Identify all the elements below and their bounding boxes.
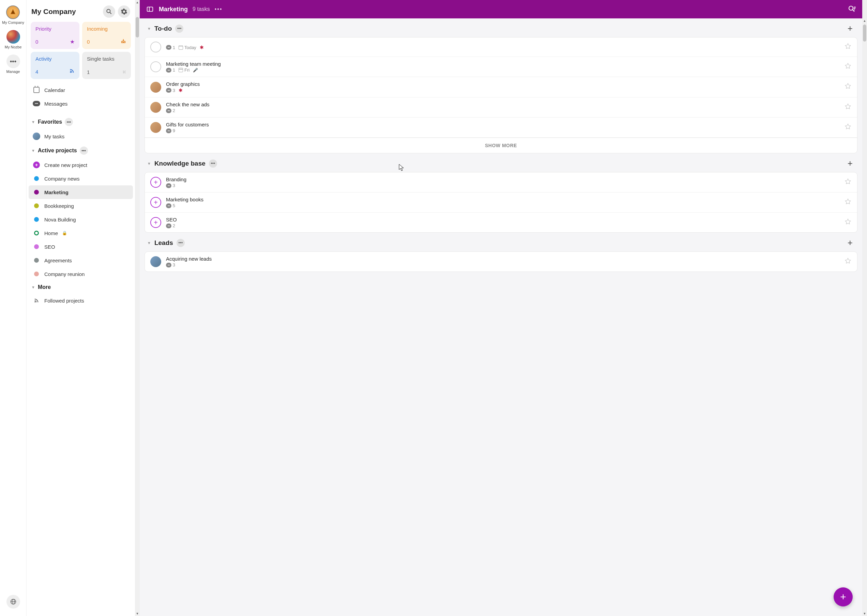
sidebar-scrollbar[interactable]: ▲ ▼: [135, 0, 140, 616]
task-title: Marketing team meeting: [166, 61, 839, 67]
chevron-down-icon[interactable]: ▼: [147, 241, 151, 245]
group-menu-knowledge[interactable]: •••: [209, 159, 217, 168]
comment-count: 3: [173, 183, 175, 188]
rail-manage[interactable]: ••• Manage: [5, 53, 22, 75]
sidebar-toggle-button[interactable]: [146, 5, 154, 13]
sidebar-project-item[interactable]: Company news: [27, 172, 135, 185]
task-row[interactable]: +Branding 3: [145, 173, 857, 193]
task-row[interactable]: Acquiring new leads 3: [145, 252, 857, 272]
section-favorites-menu[interactable]: •••: [65, 118, 73, 126]
task-star-button[interactable]: [844, 62, 852, 72]
sidebar-project-item[interactable]: Company reunion: [27, 267, 135, 281]
chevron-down-icon[interactable]: ▼: [147, 162, 151, 166]
group-menu-leads[interactable]: •••: [176, 239, 185, 247]
task-row[interactable]: 1 Today✱: [145, 38, 857, 57]
search-button[interactable]: [103, 5, 115, 18]
task-meta: 3✱: [166, 88, 839, 93]
task-body: 1 Today✱: [166, 44, 839, 50]
sidebar-project-item[interactable]: Marketing: [28, 185, 133, 199]
sidebar-project-item[interactable]: Bookkeeping: [27, 199, 135, 212]
task-star-button[interactable]: [844, 103, 852, 112]
sidebar-create-project-label: Create new project: [44, 162, 87, 168]
task-meta: 2: [166, 108, 839, 113]
main-body[interactable]: ▼ To-do ••• + 1 Today✱Marketing team mee…: [140, 19, 862, 616]
scroll-down-icon[interactable]: ▼: [135, 611, 140, 616]
main-scrollbar[interactable]: ▲ ▼: [862, 0, 867, 616]
task-star-button[interactable]: [844, 198, 852, 207]
task-row[interactable]: +SEO 2: [145, 212, 857, 233]
chevron-down-icon: ▼: [31, 120, 35, 124]
tile-priority[interactable]: Priority 0 ★: [31, 22, 79, 49]
svg-rect-7: [147, 7, 153, 12]
task-star-button[interactable]: [844, 42, 852, 52]
section-projects-menu[interactable]: •••: [80, 146, 88, 155]
task-row[interactable]: Marketing team meeting 1 Fri🎤: [145, 57, 857, 77]
sidebar-project-item[interactable]: SEO: [27, 240, 135, 253]
task-row[interactable]: Order graphics 3✱: [145, 77, 857, 97]
section-active-projects[interactable]: ▼ Active projects •••: [27, 143, 135, 158]
task-checkbox[interactable]: [150, 61, 161, 72]
manage-icon: •••: [6, 55, 20, 68]
section-more[interactable]: ▼ More: [27, 281, 135, 294]
scroll-thumb[interactable]: [863, 25, 866, 42]
group-add-todo[interactable]: +: [848, 23, 855, 34]
nozbe-avatar-icon: [6, 30, 20, 44]
sidebar-project-item[interactable]: Agreements: [27, 253, 135, 267]
task-add-button[interactable]: +: [150, 197, 161, 208]
chevron-down-icon: ▼: [31, 149, 35, 152]
project-menu-button[interactable]: •••: [215, 6, 223, 12]
project-color-icon: [34, 176, 39, 181]
rail-world[interactable]: [5, 594, 22, 610]
scroll-down-icon[interactable]: ▼: [862, 611, 867, 616]
task-add-button[interactable]: +: [150, 177, 161, 188]
task-row[interactable]: Check the new ads 2: [145, 97, 857, 118]
sidebar-my-tasks[interactable]: My tasks: [27, 129, 135, 143]
sidebar-messages-label: Messages: [44, 101, 68, 107]
show-more-button[interactable]: SHOW MORE: [145, 138, 857, 153]
tile-single[interactable]: Single tasks 1 ⁙: [82, 52, 131, 79]
sidebar-project-item[interactable]: Nova Building: [27, 212, 135, 226]
scroll-up-icon[interactable]: ▲: [135, 0, 140, 5]
scroll-thumb[interactable]: [135, 17, 139, 38]
task-list-knowledge: +Branding 3+Marketing books 5+SEO 2: [145, 172, 858, 233]
task-checkbox[interactable]: [150, 42, 161, 52]
rail-company[interactable]: My Company: [1, 4, 25, 26]
plus-icon: +: [840, 591, 846, 603]
tile-priority-count: 0: [35, 39, 38, 45]
gear-icon: [121, 8, 127, 15]
section-favorites[interactable]: ▼ Favorites •••: [27, 115, 135, 129]
filter-button[interactable]: [848, 5, 856, 13]
tile-single-count: 1: [87, 69, 90, 75]
chevron-down-icon[interactable]: ▼: [147, 27, 151, 31]
sidebar-followed-projects[interactable]: Followed projects: [27, 294, 135, 307]
task-star-button[interactable]: [844, 123, 852, 132]
tile-incoming[interactable]: Incoming 0: [82, 22, 131, 49]
group-add-leads[interactable]: +: [848, 237, 855, 248]
task-star-button[interactable]: [844, 82, 852, 92]
sidebar-calendar[interactable]: Calendar: [27, 83, 135, 97]
assignee-avatar-icon: [150, 102, 161, 113]
sidebar-create-project[interactable]: + Create new project: [27, 158, 135, 172]
comment-count-icon: [166, 183, 172, 188]
sidebar-messages[interactable]: ••• Messages: [27, 97, 135, 110]
task-row[interactable]: Gifts for customers 9: [145, 118, 857, 138]
lock-icon: 🔒: [62, 231, 67, 236]
task-star-button[interactable]: [844, 218, 852, 227]
group-add-knowledge[interactable]: +: [848, 158, 855, 169]
scroll-up-icon[interactable]: ▲: [862, 19, 867, 23]
fab-add-task[interactable]: +: [834, 588, 853, 607]
task-add-button[interactable]: +: [150, 217, 161, 228]
tile-activity[interactable]: Activity 4: [31, 52, 79, 79]
task-star-button[interactable]: [844, 257, 852, 266]
task-meta: 5: [166, 203, 839, 208]
project-color-icon: [34, 190, 39, 195]
task-row[interactable]: +Marketing books 5: [145, 193, 857, 212]
task-title: Branding: [166, 176, 839, 182]
sidebar-project-item[interactable]: Home 🔒: [27, 226, 135, 240]
rail-nozbe[interactable]: My Nozbe: [3, 28, 23, 50]
group-menu-todo[interactable]: •••: [175, 25, 183, 33]
settings-button[interactable]: [118, 5, 130, 18]
company-avatar-icon: [6, 5, 20, 19]
task-star-button[interactable]: [844, 178, 852, 187]
project-color-icon: [34, 231, 39, 236]
